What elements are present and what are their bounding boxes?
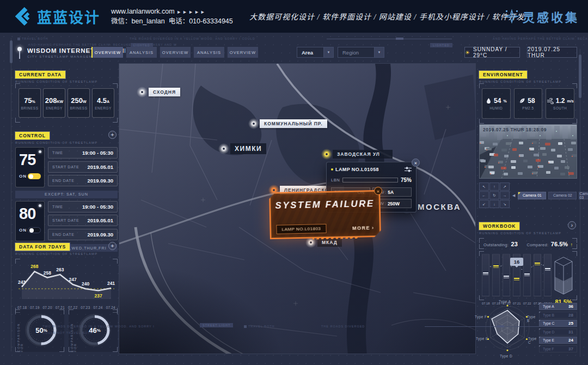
phone-number: 电话：010-63334945 [169, 17, 233, 25]
tab-overview-3[interactable]: OVERVIEW [226, 47, 258, 58]
prev-camera-button[interactable]: ◀ [512, 193, 515, 198]
workbook-chart: 16 81.5% [479, 251, 577, 300]
wind-box: 1.2m/s SOUTH [546, 88, 574, 119]
dashboard: TRAVEL BOTH THE ROADS DIVERGED IN A YELL… [0, 33, 588, 365]
camera-controls: ↖↑↗←↻→↙↓↘ ◀ Camera 01 Camera 02 Camera 0… [479, 182, 577, 208]
type-row[interactable]: Type D31 [539, 328, 577, 336]
bar-column[interactable] [544, 254, 552, 296]
traffic-video [480, 125, 577, 179]
map-label[interactable]: ЗАВОДСКАЯ УЛ [333, 150, 393, 159]
svg-text:258: 258 [44, 270, 51, 276]
left-rail-thumb[interactable] [10, 40, 13, 63]
type-row[interactable]: Type E24 [539, 337, 577, 344]
brightness-slider[interactable]: LBN 75% [331, 177, 412, 183]
on-label: ON [19, 174, 27, 179]
bulb-icon [39, 204, 41, 207]
camera-item[interactable]: Camera 02 [548, 192, 577, 199]
map-pin-kommunalny[interactable] [248, 118, 259, 129]
expand-button[interactable]: + [108, 242, 117, 250]
area-select[interactable]: Area ▼ [297, 47, 334, 58]
sliders-icon[interactable] [405, 167, 412, 172]
bar-column[interactable] [492, 254, 500, 296]
stat-box-briness2: 250WBRINESS [68, 88, 90, 118]
radar-axis-label: Type C [528, 337, 537, 344]
radar-axis-label: Type D [500, 354, 512, 358]
more-button[interactable]: MORE› [352, 225, 375, 231]
environment-panel: ENVIRONMENT RUNNING CONDITION OF STREETL… [479, 69, 577, 124]
dpad-up-button[interactable]: ↑ [489, 182, 499, 191]
dpad-refresh-button[interactable]: ↻ [489, 191, 499, 199]
cube-wireframe [553, 254, 574, 297]
stat-box-briness: 75%BRINESS [19, 88, 41, 118]
close-icon[interactable]: ✕ [412, 159, 420, 167]
power-toggle[interactable] [28, 227, 41, 233]
radar-axis-label: Type F [475, 315, 487, 319]
x-tick: 07.24 [93, 306, 102, 309]
type-row[interactable]: Type A36 [539, 303, 577, 310]
promo-banner: 蓝蓝设计 www.lanlanwork.com ►►►►► 微信：ben_lan… [0, 0, 588, 33]
contact-info: www.lanlanwork.com ►►►►► 微信：ben_lanlan 电… [111, 7, 233, 26]
x-tick: 07.22 [68, 306, 77, 309]
map-label[interactable]: МОСКВА [413, 203, 465, 211]
camera-feed[interactable]: 2019.07.25 THUR 18:28:09 [479, 124, 577, 179]
radar-chart: Type A Type B Type C Type D Type E Type … [479, 301, 536, 361]
panel-badge: CURRENT DATA [15, 71, 65, 78]
tab-overview-2[interactable]: OVERVIEW [159, 47, 191, 58]
dpad-right-button[interactable]: → [500, 191, 510, 199]
wind-icon [547, 98, 554, 104]
dpad-left-button[interactable]: ← [479, 191, 489, 199]
dpad-down-left-button[interactable]: ↙ [479, 200, 489, 208]
city-map[interactable]: СХОДНЯ КОММУНАЛЬНЫЙ ПР. ХИМКИ ЗАВОДСКАЯ … [119, 63, 476, 354]
map-pin-zavodskaya[interactable] [321, 149, 332, 160]
alert-title: SYSTEM FAILURE [269, 198, 380, 211]
deco-checkbox-item: TRAVEL BOTH [17, 37, 48, 40]
control-group-1: 75 ON TIME19:00 - 05:30 START DATE2019.0… [15, 147, 118, 189]
bar-column[interactable] [503, 254, 510, 296]
expand-button[interactable]: + [108, 131, 117, 139]
svg-text:268: 268 [30, 264, 38, 269]
dpad-down-right-button[interactable]: ↘ [500, 200, 510, 208]
control-group-2: 80 ON TIME19:00 - 05:30 START DATE2019.0… [15, 201, 118, 243]
caret-down-icon[interactable]: ▼ [323, 47, 333, 57]
dpad-up-right-button[interactable]: ↗ [500, 182, 510, 191]
arrow-up-icon: ↑ [571, 242, 573, 247]
map-label[interactable]: КОММУНАЛЬНЫЙ ПР. [260, 119, 327, 128]
power-toggle[interactable] [28, 173, 41, 179]
website-link[interactable]: www.lanlanwork.com [111, 8, 175, 15]
bar-column[interactable] [534, 254, 541, 296]
type-analysis-panel: Type A Type B Type C Type D Type E Type … [479, 301, 577, 362]
next-page-button[interactable]: › [568, 221, 576, 229]
tab-analysis-2[interactable]: ANALYSIS [193, 47, 224, 58]
right-scrollbar-thumb[interactable] [579, 54, 581, 98]
dpad-down-button[interactable]: ↓ [489, 200, 499, 208]
map-pin-khimki[interactable] [218, 143, 229, 154]
workbook-panel: WORKBOOK RUNNING CONDITION OF STREETLAMP… [479, 220, 577, 305]
tab-overview-1[interactable]: OVERVIEW [91, 47, 123, 58]
sparkle-icon [505, 9, 519, 23]
caret-down-icon[interactable]: ▼ [374, 47, 384, 57]
map-label[interactable]: СХОДНЯ [149, 88, 180, 96]
weather-display: ☀ SUNNDAY / 29°C [464, 47, 520, 58]
panel-subtitle: RUNNING CONDITION OF STREETLAMP [479, 232, 577, 235]
type-row[interactable]: Type B28 [539, 312, 577, 319]
inspiration-collect[interactable]: 灵感收集 [505, 8, 579, 25]
bar-column[interactable] [523, 254, 531, 296]
time-row: TIME19:00 - 05:30 [48, 147, 118, 159]
map-label[interactable]: МКАД [317, 238, 342, 247]
x-tick: 07.24 [106, 306, 115, 309]
x-tick: 07.18 [17, 306, 27, 309]
region-select[interactable]: Region ▼ [338, 47, 384, 58]
type-row[interactable]: Type F37 [539, 345, 577, 352]
deco-slider [327, 39, 452, 39]
map-label[interactable]: ХИМКИ [230, 143, 266, 154]
comparison-gauge-2: COMPARISON FOR 46% [69, 309, 118, 352]
camera-item[interactable]: Camera 01 [518, 192, 546, 199]
line-chart-canvas: 243268258263247240237241 [16, 262, 117, 302]
comparison-gauge-1: COMPARISON FOR 50% [15, 309, 64, 352]
tab-analysis-1[interactable]: ANALYSIS [125, 47, 157, 58]
map-pin-skhodnya[interactable] [137, 87, 148, 98]
on-label: ON [19, 228, 27, 233]
stat-box-energy2: 4.5AENERGY [92, 88, 114, 118]
dpad-up-left-button[interactable]: ↖ [479, 182, 489, 191]
bar-column[interactable] [482, 254, 489, 296]
